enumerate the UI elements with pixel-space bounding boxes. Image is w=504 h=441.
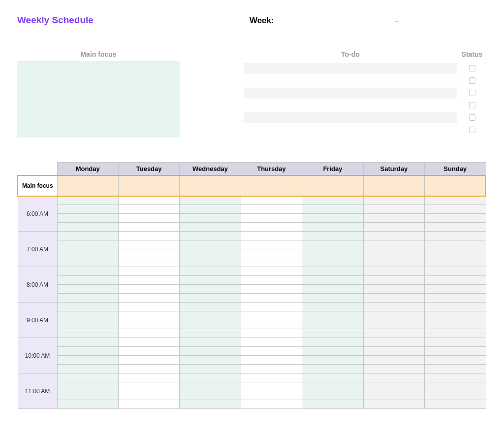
schedule-cell[interactable]: [425, 276, 486, 285]
schedule-cell[interactable]: [241, 365, 302, 373]
schedule-cell[interactable]: [57, 205, 118, 214]
schedule-cell[interactable]: [241, 303, 302, 311]
status-checkbox[interactable]: [469, 65, 475, 71]
schedule-cell[interactable]: [57, 267, 118, 276]
schedule-cell[interactable]: [57, 285, 118, 294]
schedule-cell[interactable]: [180, 240, 241, 249]
schedule-cell[interactable]: [180, 249, 241, 258]
main-focus-cell[interactable]: [118, 175, 179, 196]
schedule-cell[interactable]: [363, 196, 424, 205]
schedule-cell[interactable]: [363, 267, 424, 276]
schedule-cell[interactable]: [57, 214, 118, 223]
schedule-cell[interactable]: [302, 356, 363, 365]
schedule-cell[interactable]: [241, 267, 302, 276]
schedule-cell[interactable]: [425, 285, 486, 294]
schedule-cell[interactable]: [180, 320, 241, 329]
schedule-cell[interactable]: [180, 223, 241, 232]
schedule-cell[interactable]: [118, 232, 179, 240]
schedule-cell[interactable]: [118, 382, 179, 391]
todo-text-input[interactable]: [244, 100, 457, 111]
schedule-cell[interactable]: [241, 276, 302, 285]
schedule-cell[interactable]: [302, 276, 363, 285]
schedule-cell[interactable]: [118, 249, 179, 258]
schedule-cell[interactable]: [180, 329, 241, 338]
schedule-cell[interactable]: [241, 320, 302, 329]
schedule-cell[interactable]: [241, 400, 302, 409]
schedule-cell[interactable]: [425, 338, 486, 347]
main-focus-cell[interactable]: [302, 175, 363, 196]
schedule-cell[interactable]: [363, 400, 424, 409]
schedule-cell[interactable]: [57, 365, 118, 373]
schedule-cell[interactable]: [118, 365, 179, 373]
schedule-cell[interactable]: [302, 329, 363, 338]
schedule-cell[interactable]: [180, 382, 241, 391]
schedule-cell[interactable]: [180, 196, 241, 205]
schedule-cell[interactable]: [57, 356, 118, 365]
schedule-cell[interactable]: [57, 232, 118, 240]
schedule-cell[interactable]: [302, 232, 363, 240]
schedule-cell[interactable]: [425, 294, 486, 303]
status-checkbox[interactable]: [469, 114, 475, 121]
schedule-cell[interactable]: [302, 294, 363, 303]
schedule-cell[interactable]: [180, 347, 241, 356]
schedule-cell[interactable]: [180, 311, 241, 320]
schedule-cell[interactable]: [363, 276, 424, 285]
schedule-cell[interactable]: [425, 356, 486, 365]
main-focus-input-area[interactable]: [17, 61, 180, 137]
schedule-cell[interactable]: [363, 373, 424, 382]
schedule-cell[interactable]: [363, 240, 424, 249]
schedule-cell[interactable]: [363, 391, 424, 400]
status-checkbox[interactable]: [469, 127, 475, 133]
schedule-cell[interactable]: [241, 285, 302, 294]
schedule-cell[interactable]: [425, 240, 486, 249]
schedule-cell[interactable]: [425, 311, 486, 320]
schedule-cell[interactable]: [425, 258, 486, 267]
schedule-cell[interactable]: [118, 294, 179, 303]
schedule-cell[interactable]: [57, 320, 118, 329]
schedule-cell[interactable]: [302, 303, 363, 311]
schedule-cell[interactable]: [180, 232, 241, 240]
todo-text-input[interactable]: [244, 63, 457, 74]
schedule-cell[interactable]: [180, 294, 241, 303]
schedule-cell[interactable]: [118, 258, 179, 267]
main-focus-cell[interactable]: [57, 175, 118, 196]
schedule-cell[interactable]: [57, 391, 118, 400]
schedule-cell[interactable]: [241, 338, 302, 347]
schedule-cell[interactable]: [425, 391, 486, 400]
main-focus-cell[interactable]: [425, 175, 486, 196]
status-checkbox[interactable]: [469, 102, 475, 108]
schedule-cell[interactable]: [302, 258, 363, 267]
schedule-cell[interactable]: [302, 373, 363, 382]
schedule-cell[interactable]: [118, 267, 179, 276]
schedule-cell[interactable]: [302, 347, 363, 356]
schedule-cell[interactable]: [302, 311, 363, 320]
schedule-cell[interactable]: [180, 338, 241, 347]
schedule-cell[interactable]: [118, 373, 179, 382]
schedule-cell[interactable]: [363, 347, 424, 356]
schedule-cell[interactable]: [241, 205, 302, 214]
schedule-cell[interactable]: [363, 329, 424, 338]
schedule-cell[interactable]: [425, 365, 486, 373]
schedule-cell[interactable]: [241, 223, 302, 232]
schedule-cell[interactable]: [363, 338, 424, 347]
todo-text-input[interactable]: [244, 112, 457, 123]
schedule-cell[interactable]: [363, 382, 424, 391]
schedule-cell[interactable]: [302, 196, 363, 205]
schedule-cell[interactable]: [241, 382, 302, 391]
schedule-cell[interactable]: [118, 391, 179, 400]
schedule-cell[interactable]: [302, 205, 363, 214]
main-focus-cell[interactable]: [180, 175, 241, 196]
schedule-cell[interactable]: [57, 347, 118, 356]
schedule-cell[interactable]: [118, 285, 179, 294]
schedule-cell[interactable]: [363, 294, 424, 303]
schedule-cell[interactable]: [302, 391, 363, 400]
schedule-cell[interactable]: [302, 285, 363, 294]
schedule-cell[interactable]: [241, 347, 302, 356]
schedule-cell[interactable]: [425, 267, 486, 276]
schedule-cell[interactable]: [180, 373, 241, 382]
main-focus-cell[interactable]: [241, 175, 302, 196]
schedule-cell[interactable]: [180, 365, 241, 373]
schedule-cell[interactable]: [118, 223, 179, 232]
schedule-cell[interactable]: [425, 214, 486, 223]
schedule-cell[interactable]: [118, 338, 179, 347]
